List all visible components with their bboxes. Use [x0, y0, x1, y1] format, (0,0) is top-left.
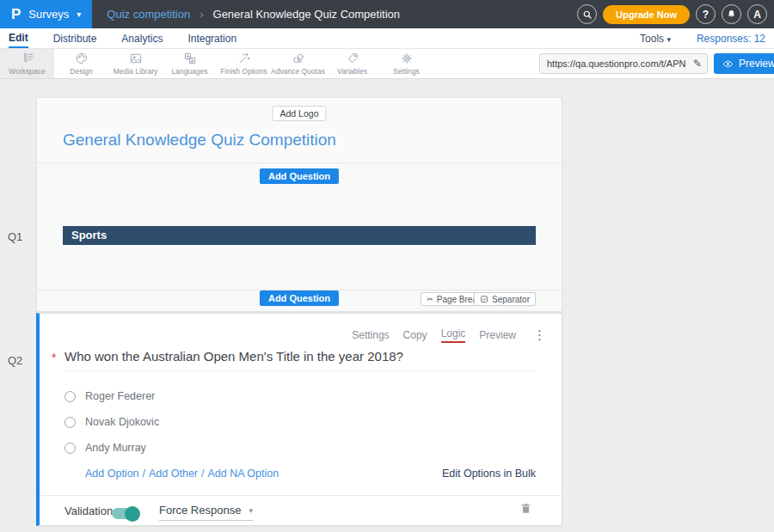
- notifications-button[interactable]: [722, 4, 741, 24]
- share-url-input[interactable]: [540, 58, 688, 69]
- radio-button[interactable]: [64, 443, 76, 454]
- eye-icon: [722, 58, 734, 70]
- search-icon: [582, 9, 593, 20]
- survey-card: Add Logo General Knowledge Quiz Competit…: [36, 97, 562, 312]
- toolbar-item-label: Settings: [393, 67, 420, 76]
- tab-distribute[interactable]: Distribute: [53, 28, 97, 48]
- avatar[interactable]: A: [747, 4, 767, 24]
- tab-edit[interactable]: Edit: [9, 28, 28, 48]
- breadcrumb-folder[interactable]: Quiz competition: [107, 8, 190, 21]
- question-2-card: Settings Copy Logic Preview ⋮ * Who won …: [36, 313, 562, 526]
- validation-label: Validation: [64, 504, 113, 517]
- responses-count[interactable]: Responses: 12: [697, 33, 765, 45]
- radio-button[interactable]: [64, 391, 76, 402]
- breadcrumb-separator-icon: ›: [200, 8, 203, 21]
- question-logic-menu-item[interactable]: Logic: [441, 327, 466, 343]
- question-copy-menu-item[interactable]: Copy: [403, 329, 427, 341]
- trash-icon: [519, 502, 532, 515]
- design-icon: [75, 52, 89, 65]
- survey-canvas: Q1 Q2 Add Logo General Knowledge Quiz Co…: [0, 79, 774, 532]
- workspace-icon: [21, 52, 34, 65]
- chevron-down-icon: ▾: [666, 35, 671, 44]
- search-button[interactable]: [577, 4, 597, 24]
- question-settings-menu-item[interactable]: Settings: [352, 329, 389, 341]
- validation-type-value: Force Response: [159, 504, 241, 517]
- toolbar-item-label: Finish Options: [220, 67, 267, 76]
- surveys-menu[interactable]: P Surveys ▾: [0, 0, 92, 28]
- checkbox-icon: [480, 295, 488, 303]
- questionpro-survey-editor: P Surveys ▾ Quiz competition › General K…: [0, 0, 774, 532]
- validation-toggle[interactable]: [112, 508, 138, 519]
- add-question-button-top[interactable]: Add Question: [260, 168, 339, 184]
- question-menu: Settings Copy Logic Preview ⋮: [352, 327, 546, 343]
- tools-menu[interactable]: Tools ▾: [640, 33, 671, 45]
- required-asterisk: *: [52, 351, 56, 364]
- link-separator: /: [143, 468, 145, 480]
- toggle-knob: [125, 506, 140, 522]
- breadcrumb: Quiz competition › General Knowledge Qui…: [107, 8, 400, 21]
- settings-icon: [400, 52, 414, 65]
- chevron-down-icon: ▾: [249, 506, 253, 515]
- question-2-number: Q2: [8, 354, 22, 367]
- toolbar-item-media-library[interactable]: Media Library: [108, 49, 163, 78]
- variables-icon: [346, 52, 359, 65]
- breadcrumb-survey-title: General Knowledge Quiz Competition: [213, 8, 401, 21]
- toolbar-item-workspace[interactable]: Workspace: [0, 49, 54, 78]
- languages-icon: [183, 52, 197, 65]
- add-na-option-link[interactable]: Add NA Option: [208, 468, 280, 480]
- bell-icon: [726, 9, 737, 20]
- kebab-menu-icon[interactable]: ⋮: [533, 327, 546, 343]
- toolbar-item-label: Variables: [337, 67, 367, 76]
- answer-option-label[interactable]: Andy Murray: [85, 442, 146, 454]
- survey-title[interactable]: General Knowledge Quiz Competition: [63, 131, 336, 150]
- question-text-underline: [64, 370, 537, 371]
- edit-url-pencil-icon[interactable]: ✎: [688, 58, 707, 70]
- answer-option-row: Andy Murray: [64, 442, 146, 454]
- toolbar-item-settings[interactable]: Settings: [379, 49, 433, 78]
- separator-button[interactable]: Separator: [474, 292, 536, 306]
- upgrade-now-button[interactable]: Upgrade Now: [603, 5, 690, 24]
- answer-option-label[interactable]: Novak Djokovic: [85, 416, 159, 428]
- preview-button-label: Preview: [739, 58, 774, 70]
- link-separator: /: [201, 468, 204, 480]
- chevron-down-icon: ▾: [77, 9, 81, 19]
- help-button[interactable]: ?: [696, 4, 716, 24]
- toolbar-item-label: Advance Quotas: [271, 67, 325, 76]
- answer-option-label[interactable]: Roger Federer: [85, 390, 155, 402]
- tab-analytics[interactable]: Analytics: [121, 28, 163, 48]
- toolbar-item-advance-quotas[interactable]: Advance Quotas: [271, 49, 325, 78]
- media-library-icon: [129, 52, 143, 65]
- radio-button[interactable]: [64, 417, 76, 428]
- add-question-button-bottom[interactable]: Add Question: [260, 290, 339, 306]
- add-option-link[interactable]: Add Option: [85, 468, 139, 480]
- toolbar-item-variables[interactable]: Variables: [325, 49, 379, 78]
- question-preview-menu-item[interactable]: Preview: [479, 329, 516, 341]
- share-url-field: ✎: [539, 53, 708, 74]
- answer-option-row: Novak Djokovic: [64, 416, 159, 428]
- separator-label: Separator: [492, 295, 530, 304]
- toolbar-item-languages[interactable]: Languages: [163, 49, 217, 78]
- preview-button[interactable]: Preview: [714, 53, 774, 74]
- tab-integration[interactable]: Integration: [187, 28, 236, 48]
- question-1-number: Q1: [8, 230, 22, 243]
- question-footer-divider: [40, 495, 562, 496]
- edit-options-in-bulk-link[interactable]: Edit Options in Bulk: [442, 468, 536, 480]
- toolbar-item-label: Languages: [171, 67, 207, 76]
- delete-question-button[interactable]: [519, 502, 532, 518]
- scissors-icon: ✂: [427, 295, 433, 303]
- question-text[interactable]: Who won the Australian Open Men's Title …: [64, 349, 403, 364]
- question-1-presentation-text[interactable]: Sports: [63, 226, 536, 245]
- topbar-actions: Upgrade Now ? A: [577, 4, 774, 24]
- top-bar: P Surveys ▾ Quiz competition › General K…: [0, 0, 774, 28]
- surveys-menu-label: Surveys: [28, 8, 69, 21]
- option-add-links: Add Option/Add Other/Add NA Option: [85, 468, 279, 480]
- toolbar-item-label: Workspace: [9, 67, 45, 76]
- add-logo-button[interactable]: Add Logo: [273, 106, 327, 121]
- sub-nav: Edit Distribute Analytics Integration To…: [0, 28, 774, 49]
- toolbar-item-label: Design: [70, 67, 92, 76]
- validation-type-dropdown[interactable]: Force Response ▾: [159, 504, 253, 521]
- toolbar-item-design[interactable]: Design: [54, 49, 108, 78]
- add-other-link[interactable]: Add Other: [149, 468, 198, 480]
- toolbar-item-finish-options[interactable]: Finish Options: [217, 49, 271, 78]
- nav-tabs: Edit Distribute Analytics Integration: [0, 28, 261, 48]
